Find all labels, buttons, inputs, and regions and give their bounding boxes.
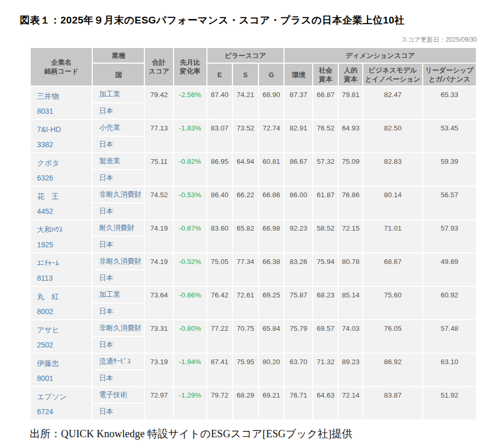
- country-link[interactable]: 日本: [93, 370, 144, 386]
- company-code-link[interactable]: 4452: [37, 204, 92, 219]
- company-code-link[interactable]: 8001: [37, 371, 92, 386]
- industry-link[interactable]: 加工業: [93, 87, 144, 102]
- figure-title: 図表１：2025年９月末のESGパフォーマンス・スコア・プラスの日本企業上位10…: [20, 14, 484, 27]
- industry-link[interactable]: 電子技術: [93, 387, 144, 403]
- env-score-cell: 63.70: [285, 354, 312, 386]
- env-score-cell: 87.37: [285, 87, 312, 119]
- company-name-link[interactable]: 三井物: [37, 89, 92, 104]
- country-link[interactable]: 日本: [93, 404, 144, 419]
- company-cell: 丸 紅8002: [31, 287, 92, 319]
- table-row: アサヒ2502非耐久消費財73.31-0.80%77.2270.7565.847…: [31, 320, 476, 336]
- table-row: 花 王4452非耐久消費財74.52-0.53%86.4066.2266.868…: [31, 187, 476, 202]
- company-code-link[interactable]: 6724: [37, 404, 92, 419]
- report-page: 図表１：2025年９月末のESGパフォーマンス・スコア・プラスの日本企業上位10…: [0, 0, 504, 441]
- g-score-cell: 69.21: [259, 387, 284, 419]
- country-link[interactable]: 日本: [93, 137, 144, 152]
- social-score-cell: 75.94: [313, 254, 338, 286]
- bizmodel-score-cell: 83.87: [363, 387, 422, 419]
- company-code-link[interactable]: 6326: [37, 171, 92, 186]
- header-total-line1: 合計: [152, 58, 166, 66]
- header-human-line1: 人的: [344, 66, 358, 74]
- industry-link[interactable]: 非耐久消費財: [93, 187, 144, 202]
- esg-score-table: 企業名 銘柄コード 業種 合計 スコア 先月比 変化率 ピラースコア ディメンシ…: [30, 47, 477, 421]
- company-code-link[interactable]: 1925: [37, 237, 92, 253]
- g-score-cell: 66.86: [259, 187, 284, 219]
- country-link[interactable]: 日本: [93, 203, 144, 219]
- country-link[interactable]: 日本: [93, 170, 144, 186]
- human-score-cell: 79.81: [339, 87, 362, 119]
- company-code-link[interactable]: 8031: [37, 104, 92, 119]
- change-cell: -1.94%: [174, 354, 206, 386]
- country-link[interactable]: 日本: [93, 103, 144, 119]
- e-score-cell: 67.41: [207, 354, 232, 386]
- company-name-link[interactable]: アサヒ: [37, 322, 92, 338]
- company-code-link[interactable]: 8002: [37, 304, 92, 319]
- country-link[interactable]: 日本: [93, 337, 144, 353]
- header-company-line2: 銘柄コード: [44, 67, 79, 75]
- header-social-line1: 社会: [319, 66, 333, 74]
- header-pillar-group: ピラースコア: [207, 48, 284, 63]
- g-score-cell: 72.74: [259, 120, 284, 152]
- header-social-capital: 社会 資本: [313, 64, 338, 86]
- total-score-cell: 72.97: [145, 387, 173, 419]
- leadership-score-cell: 53.45: [423, 120, 476, 152]
- header-company-line1: 企業名: [51, 58, 71, 66]
- social-score-cell: 64.63: [313, 387, 338, 419]
- industry-link[interactable]: 流通ｻｰﾋﾞｽ: [93, 354, 144, 369]
- bizmodel-score-cell: 80.14: [363, 187, 422, 219]
- leadership-score-cell: 51.92: [423, 387, 476, 419]
- country-link[interactable]: 日本: [93, 270, 144, 286]
- header-change-line1: 先月比: [180, 58, 200, 66]
- header-change-line2: 変化率: [180, 67, 200, 75]
- table-body: 三井物8031加工業79.42-2.56%87.4074.2168.9087.3…: [31, 87, 476, 419]
- g-score-cell: 65.84: [259, 320, 284, 353]
- company-name-link[interactable]: 伊藤忠: [37, 356, 92, 371]
- g-score-cell: 68.90: [259, 87, 284, 119]
- company-code-link[interactable]: 3382: [37, 137, 92, 152]
- industry-link[interactable]: 加工業: [93, 287, 144, 303]
- score-update-date: スコア更新日：2025/09/30: [30, 35, 477, 44]
- table-row: エプソン6724電子技術72.97-1.29%79.7268.2969.2176…: [31, 387, 476, 403]
- company-name-link[interactable]: 花 王: [37, 189, 92, 204]
- env-score-cell: 75.87: [285, 287, 312, 319]
- industry-link[interactable]: 製造業: [93, 153, 144, 169]
- header-e: E: [207, 64, 232, 86]
- company-name-link[interactable]: 大和ﾊｳｽ: [37, 222, 92, 237]
- industry-link[interactable]: 非耐久消費財: [93, 254, 144, 269]
- header-country: 国: [93, 64, 144, 86]
- company-name-link[interactable]: ﾕﾆﾁｬｰﾑ: [37, 256, 92, 271]
- change-cell: -1.29%: [174, 387, 206, 419]
- e-score-cell: 83.07: [207, 120, 232, 152]
- env-score-cell: 83.26: [285, 254, 312, 286]
- e-score-cell: 76.42: [207, 287, 232, 319]
- company-name-link[interactable]: 7&I-HD: [37, 122, 92, 137]
- s-score-cell: 64.94: [233, 153, 258, 186]
- header-lead-line1: リーダーシップ: [425, 66, 474, 74]
- leadership-score-cell: 63.10: [423, 354, 476, 386]
- social-score-cell: 61.87: [313, 187, 338, 219]
- industry-link[interactable]: 耐久消費財: [93, 220, 144, 236]
- human-score-cell: 80.78: [339, 254, 362, 286]
- change-cell: -0.67%: [174, 220, 206, 253]
- country-link[interactable]: 日本: [93, 237, 144, 253]
- header-total-line2: スコア: [149, 67, 169, 75]
- s-score-cell: 70.75: [233, 320, 258, 353]
- company-name-link[interactable]: クボタ: [37, 155, 92, 171]
- table-row: 丸 紅8002加工業73.64-0.86%76.4272.6169.2575.8…: [31, 287, 476, 303]
- bizmodel-score-cell: 68.67: [363, 254, 422, 286]
- company-code-link[interactable]: 2502: [37, 338, 92, 353]
- company-code-link[interactable]: 8113: [37, 271, 92, 286]
- total-score-cell: 74.19: [145, 254, 173, 286]
- industry-link[interactable]: 小売業: [93, 120, 144, 136]
- header-monthly-change: 先月比 変化率: [174, 48, 206, 86]
- bizmodel-score-cell: 75.60: [363, 287, 422, 319]
- industry-link[interactable]: 非耐久消費財: [93, 320, 144, 336]
- company-name-link[interactable]: 丸 紅: [37, 289, 92, 304]
- bizmodel-score-cell: 71.01: [363, 220, 422, 253]
- country-link[interactable]: 日本: [93, 304, 144, 319]
- env-score-cell: 75.79: [285, 320, 312, 353]
- env-score-cell: 86.67: [285, 153, 312, 186]
- change-cell: -2.56%: [174, 87, 206, 119]
- company-name-link[interactable]: エプソン: [37, 389, 92, 404]
- header-lead-line2: とガバナンス: [428, 75, 470, 83]
